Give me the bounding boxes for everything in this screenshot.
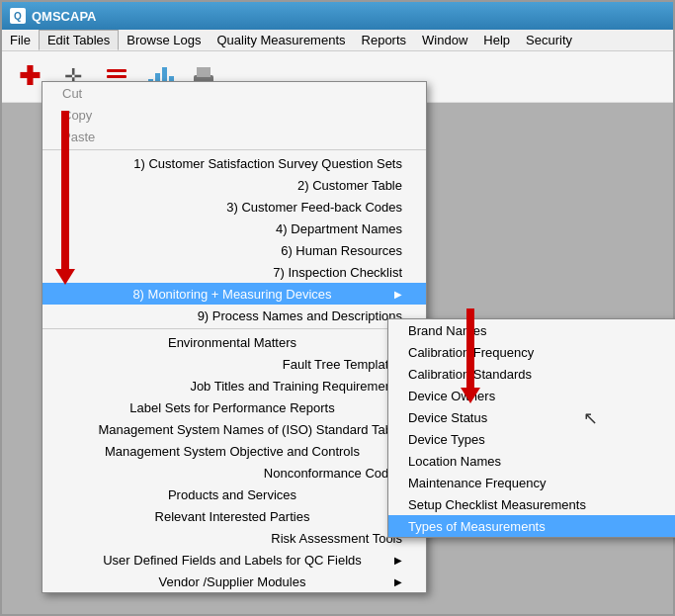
red-arrow-1 <box>55 111 75 285</box>
menu-mgmt2[interactable]: Management System Objective and Controls… <box>42 440 426 462</box>
menu-mgmt[interactable]: Management System Names of (ISO) Standar… <box>42 418 426 440</box>
menu-vendor[interactable]: Vendor /Supplier Modules ▶ <box>42 571 426 592</box>
window-title: QMSCAPA <box>32 9 96 24</box>
menu-window[interactable]: Window <box>414 30 475 50</box>
submenu-types[interactable]: Types of Measurements <box>388 515 675 537</box>
submenu-maint[interactable]: Maintenance Frequency <box>388 472 675 493</box>
measuring-devices-submenu: Brand Names Calibration Frequency Calibr… <box>387 318 675 538</box>
menu-copy[interactable]: Copy <box>42 104 426 126</box>
menu-item-6[interactable]: 6) Human Resources <box>42 239 426 261</box>
menu-file[interactable]: File <box>2 30 39 50</box>
menu-relevant[interactable]: Relevant Interested Parties ▶ <box>42 505 426 527</box>
menu-bar: File Edit Tables Browse Logs Quality Mea… <box>2 30 673 51</box>
submenu-dev-own[interactable]: Device Owners <box>388 385 675 406</box>
svg-rect-0 <box>107 69 127 72</box>
svg-rect-1 <box>107 75 127 78</box>
app-icon: Q <box>10 8 26 24</box>
title-bar: Q QMSCAPA <box>2 2 673 30</box>
menu-risk[interactable]: Risk Assessment Tools <box>42 527 426 549</box>
submenu-cal-std[interactable]: Calibration Standards <box>388 363 675 385</box>
menu-item-4[interactable]: 4) Department Names <box>42 218 426 239</box>
edit-tables-menu: Cut Copy Paste 1) Customer Satisfaction … <box>42 81 427 593</box>
menu-reports[interactable]: Reports <box>354 30 415 50</box>
main-window: Q QMSCAPA File Edit Tables Browse Logs Q… <box>0 0 675 616</box>
submenu-setup[interactable]: Setup Checklist Measurements <box>388 493 675 515</box>
submenu-dev-type[interactable]: Device Types <box>388 428 675 450</box>
menu-item-7[interactable]: ✓ 7) Inspection Checklist <box>42 261 426 283</box>
menu-quality-measurements[interactable]: Quality Measurements <box>209 30 353 50</box>
menu-browse-logs[interactable]: Browse Logs <box>119 30 209 50</box>
menu-paste[interactable]: Paste <box>42 126 426 147</box>
red-arrow-2 <box>461 308 480 403</box>
submenu-loc[interactable]: Location Names <box>388 450 675 472</box>
submenu-brand[interactable]: Brand Names <box>388 319 675 341</box>
menu-cut[interactable]: Cut <box>42 82 426 104</box>
svg-rect-8 <box>197 67 211 77</box>
content-area: Cut Copy Paste 1) Customer Satisfaction … <box>2 103 673 614</box>
menu-item-2[interactable]: 2) Customer Table <box>42 174 426 196</box>
menu-edit-tables[interactable]: Edit Tables <box>39 30 119 50</box>
menu-user[interactable]: User Defined Fields and Labels for QC Fi… <box>42 549 426 571</box>
menu-item-8[interactable]: 8) Monitoring + Measuring Devices ▶ <box>42 283 426 305</box>
submenu-dev-stat[interactable]: Device Status <box>388 406 675 428</box>
menu-label[interactable]: Label Sets for Performance Reports ▶ <box>42 396 426 418</box>
menu-env[interactable]: Environmental Matters ▶ <box>42 331 426 353</box>
menu-fault[interactable]: Fault Tree Templates <box>42 353 426 375</box>
menu-nonconf[interactable]: Nonconformance Codes <box>42 462 426 484</box>
submenu-cal-freq[interactable]: Calibration Frequency <box>388 341 675 363</box>
menu-help[interactable]: Help <box>475 30 518 50</box>
menu-item-1[interactable]: 1) Customer Satisfaction Survey Question… <box>42 152 426 174</box>
menu-item-9[interactable]: 9) Process Names and Descriptions <box>42 305 426 326</box>
menu-security[interactable]: Security <box>518 30 580 50</box>
menu-item-3[interactable]: 3) Customer Feed-back Codes <box>42 196 426 218</box>
menu-prod[interactable]: Products and Services ▶ <box>42 484 426 505</box>
menu-job[interactable]: Job Titles and Training Requirements <box>42 375 426 396</box>
